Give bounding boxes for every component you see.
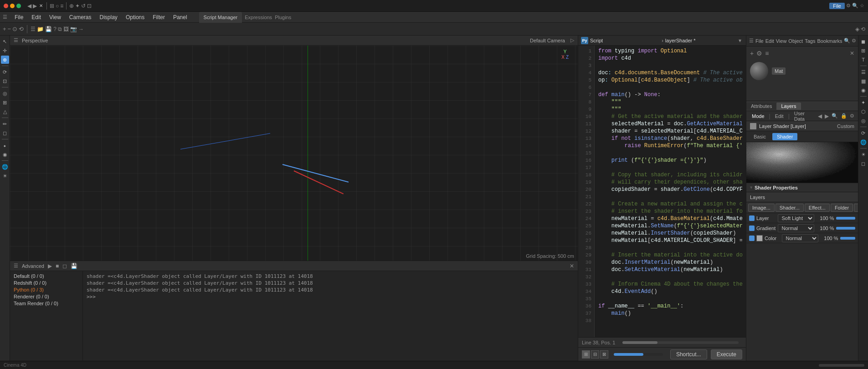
tool-active[interactable]: ⊕	[1, 56, 9, 64]
obj-menu-file[interactable]: File	[755, 38, 764, 44]
menu-options[interactable]: Options	[122, 13, 148, 21]
tool-eraser[interactable]: ◻	[1, 129, 9, 137]
shortcut-button[interactable]: Shortcut...	[670, 349, 707, 359]
attr-search-icon[interactable]: 🔍	[832, 113, 838, 119]
tool-mat[interactable]: ⬥	[1, 141, 9, 149]
r-icon-12[interactable]: ☀	[859, 150, 868, 159]
console-play[interactable]: ▶	[48, 263, 52, 269]
mat-gear-icon[interactable]: ⚙	[756, 50, 762, 57]
r-icon-11[interactable]: 🌐	[859, 138, 868, 146]
attr-tab-edit[interactable]: Edit	[773, 113, 786, 119]
sm-file-btn[interactable]: ☰	[31, 26, 36, 32]
layer-blend-1[interactable]: Soft Light Normal Multiply Screen	[778, 214, 814, 222]
btn-image[interactable]: Image...	[748, 204, 775, 212]
tab-layers[interactable]: Layers	[776, 102, 801, 110]
layer-color-swatch-3[interactable]	[756, 235, 763, 241]
tool-transform[interactable]: ⟳	[1, 68, 9, 76]
sm-img-btn[interactable]: 🖼	[63, 26, 69, 32]
r-icon-2[interactable]: ⊞	[859, 46, 868, 55]
console-stop[interactable]: ■	[56, 263, 59, 269]
close-btn[interactable]	[4, 4, 8, 8]
viewport-3d[interactable]: Y X Z Grid Spacing: 500 cm	[10, 46, 578, 261]
icon-tb-r1[interactable]: ◈	[855, 26, 859, 32]
r-icon-1[interactable]: ◼	[859, 37, 868, 46]
mat-label[interactable]: Mat	[772, 67, 786, 75]
attr-tab-userdata[interactable]: User Data	[792, 111, 812, 122]
layer-blend-3[interactable]: Normal Soft Light Multiply Screen	[782, 234, 818, 242]
btn-folder[interactable]: Folder	[831, 204, 853, 212]
obj-menu-edit[interactable]: Edit	[765, 38, 774, 44]
sm-folder-btn[interactable]: 📁	[37, 26, 44, 32]
obj-menu-view[interactable]: View	[776, 38, 787, 44]
r-icon-10[interactable]: ⟳	[859, 129, 868, 137]
console-clear[interactable]: ◻	[62, 263, 67, 269]
r-icon-7[interactable]: ✦	[859, 98, 868, 107]
icon-viewport-opt[interactable]: ⊙	[12, 26, 17, 32]
sm-copy-btn[interactable]: ⧉	[58, 26, 62, 32]
icon-viewport-add[interactable]: +	[3, 26, 6, 32]
sm-export-btn[interactable]: →	[78, 26, 84, 32]
minimize-btn[interactable]	[10, 4, 15, 8]
layer-row-1[interactable]: Layer Soft Light Normal Multiply Screen …	[746, 213, 858, 223]
r-icon-8[interactable]: ⬡	[859, 108, 868, 116]
sm-help-btn[interactable]: ?	[53, 26, 56, 32]
icon-custom[interactable]: ⚙	[846, 3, 851, 9]
obj-search-icon[interactable]: 🔍	[844, 38, 850, 44]
obj-gear-icon[interactable]: ⚙	[852, 38, 856, 44]
tab-shader[interactable]: Shader	[772, 133, 797, 140]
material-ball[interactable]	[750, 62, 768, 80]
mat-add-icon[interactable]: +	[750, 50, 754, 57]
obj-menu-object[interactable]: Object	[788, 38, 803, 44]
mat-close-icon[interactable]: ✕	[850, 50, 854, 56]
icon-grid[interactable]: ⊞	[50, 3, 54, 9]
icon-tb-r2[interactable]: ⟲	[861, 26, 865, 32]
r-icon-6[interactable]: ◉	[859, 86, 868, 94]
btn-remove[interactable]: Remove	[854, 204, 858, 212]
select-button[interactable]: File	[829, 3, 845, 9]
view-btn-3[interactable]: ⊠	[600, 350, 608, 359]
icon-circle[interactable]: ○	[56, 3, 59, 9]
tab-attributes[interactable]: Attributes	[746, 102, 776, 110]
icon-transform[interactable]: ⊕	[69, 3, 74, 9]
icon-bookmark[interactable]: ☆	[860, 3, 864, 9]
menu-expressions[interactable]: Expressions	[245, 15, 272, 20]
console-menu-icon[interactable]: ☰	[14, 263, 18, 269]
tool-select[interactable]: ↖	[1, 37, 9, 46]
icon-rotate[interactable]: ↺	[81, 3, 86, 9]
icon-viewport-sub[interactable]: −	[8, 26, 11, 32]
layer-eye-1[interactable]	[749, 215, 755, 221]
layer-opacity-bar-1[interactable]	[836, 217, 856, 220]
layer-row-3[interactable]: Color Normal Soft Light Multiply Screen …	[746, 233, 858, 243]
tool-obj2[interactable]: ⊞	[1, 98, 9, 107]
tool-move[interactable]: ✛	[1, 46, 9, 55]
viewport-menu-icon[interactable]: ☰	[14, 37, 18, 43]
sm-save-btn[interactable]: 💾	[45, 26, 52, 32]
console-save[interactable]: 💾	[71, 263, 77, 269]
view-btn-2[interactable]: ⊟	[591, 350, 599, 359]
r-icon-4[interactable]: ☰	[859, 68, 868, 76]
icon-viewport-restore[interactable]: ⟲	[19, 26, 24, 32]
script-hscroll[interactable]	[622, 341, 739, 344]
mat-filter-icon[interactable]: ≡	[765, 50, 769, 57]
tool-light[interactable]: ☀	[1, 172, 9, 180]
layer-eye-3[interactable]	[749, 236, 755, 241]
attr-tab-mode[interactable]: Mode	[750, 113, 766, 119]
menu-plugins[interactable]: Plugins	[275, 15, 291, 20]
sm-img2-btn[interactable]: 📷	[70, 26, 77, 32]
menu-edit[interactable]: Edit	[28, 13, 45, 21]
icon-search-top[interactable]: 🔍	[852, 3, 858, 9]
view-btn-1[interactable]: ⊞	[582, 350, 590, 359]
attr-lock-icon[interactable]: 🔒	[841, 113, 847, 119]
menu-file[interactable]: File	[11, 13, 27, 21]
obj-menu-bookmarks[interactable]: Bookmarks	[817, 38, 842, 44]
r-icon-13[interactable]: ◻	[859, 159, 868, 168]
layer-eye-2[interactable]	[749, 226, 755, 231]
menu-view[interactable]: View	[46, 13, 65, 21]
icon-move[interactable]: ✦	[75, 3, 80, 9]
r-icon-9[interactable]: ◎	[859, 117, 868, 125]
tool-obj1[interactable]: ◎	[1, 89, 9, 97]
shader-props-arrow[interactable]: ▾	[750, 184, 753, 190]
r-icon-5[interactable]: ▦	[859, 77, 868, 85]
icon-arrow-left[interactable]: ◀	[27, 3, 31, 9]
obj-menu-icon[interactable]: ☰	[749, 38, 754, 44]
